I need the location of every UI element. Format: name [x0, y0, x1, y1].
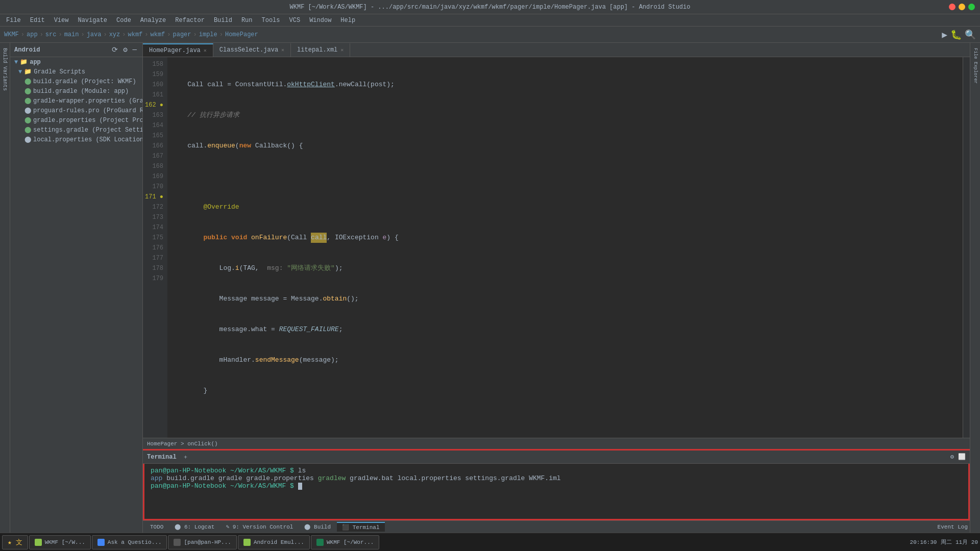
taskbar: ★ 文 WKMF [~/W... Ask a Questio... [pan@p…	[0, 533, 980, 551]
terminal-content[interactable]: pan@pan-HP-Notebook ~/Work/AS/WKMF $ ls …	[143, 464, 970, 520]
bottom-panel-tools: ⚙ ⬜	[950, 453, 966, 461]
sidebar-build-variants[interactable]: Build Variants	[1, 45, 9, 94]
bc-imple[interactable]: imple	[199, 31, 217, 38]
tab-todo[interactable]: TODO	[145, 523, 168, 531]
project-panel: Android ⟳ ⚙ — ▼ 📁 app ▼ 📁 Gradle Scripts…	[10, 43, 143, 533]
bc-main[interactable]: main	[64, 31, 79, 38]
tab-vc-label: ✎ 9: Version Control	[226, 523, 293, 530]
terminal-maximize-btn[interactable]: ⬜	[958, 453, 966, 461]
line-173: 173	[143, 212, 167, 222]
line-167: 167	[143, 151, 167, 161]
taskbar-terminal-label: [pan@pan-HP...	[184, 539, 231, 545]
bc-app[interactable]: app	[27, 31, 38, 38]
code-line-158: Call call = ConstantUtil.okHttpClient.ne…	[172, 80, 963, 90]
tab-litepal-label: litepal.xml	[297, 46, 337, 54]
bc-java[interactable]: java	[87, 31, 102, 38]
toolbar-search-btn[interactable]: 🔍	[965, 29, 976, 40]
tab-classselect-label: ClassSelect.java	[219, 46, 278, 54]
menu-help[interactable]: Help	[336, 16, 359, 25]
close-button[interactable]	[949, 4, 955, 10]
tree-build-gradle-project[interactable]: ⬤ build.gradle (Project: WKMF)	[10, 77, 142, 86]
taskbar-chrome-icon	[97, 539, 105, 546]
panel-toolbar: ⟳ ⚙ —	[110, 45, 138, 55]
code-editor[interactable]: 158 159 160 161 162 ● 163 164 165 166 16…	[143, 57, 970, 438]
line-175: 175	[143, 233, 167, 243]
terminal-title: Terminal	[147, 454, 177, 461]
bc-pager[interactable]: pager	[173, 31, 191, 38]
menu-build[interactable]: Build	[210, 16, 236, 25]
tab-classselect[interactable]: ClassSelect.java ✕	[213, 43, 291, 57]
code-line-160: call.enqueue(new Callback() {	[172, 141, 963, 151]
menu-refactor[interactable]: Refactor	[171, 16, 209, 25]
panel-collapse-btn[interactable]: —	[131, 45, 138, 55]
bc-homepager[interactable]: HomePager	[225, 31, 258, 38]
line-168: 168	[143, 161, 167, 171]
menu-view[interactable]: View	[50, 16, 73, 25]
tree-gradle-wrapper[interactable]: ⬤ gradle-wrapper.properties (Gradle...)	[10, 96, 142, 106]
code-line-162: @Override	[172, 202, 963, 212]
taskbar-wkmf2[interactable]: WKMF [~/Wor...	[311, 535, 379, 549]
minimize-button[interactable]	[959, 4, 965, 10]
menu-vcs[interactable]: VCS	[285, 16, 305, 25]
tree-build-gradle-app[interactable]: ⬤ build.gradle (Module: app)	[10, 86, 142, 96]
menu-run[interactable]: Run	[237, 16, 257, 25]
toolbar-breadcrumb: WKMF › app › src › main › java › xyz › w…	[4, 31, 258, 38]
taskbar-chrome[interactable]: Ask a Questio...	[92, 535, 167, 549]
bc-wkmf3[interactable]: wkmf	[151, 31, 165, 38]
sidebar-file-explorer[interactable]: File Explorer	[972, 45, 979, 87]
tree-proguard[interactable]: ⬤ proguard-rules.pro (ProGuard Rul...	[10, 106, 142, 115]
tree-gradle-scripts[interactable]: ▼ 📁 Gradle Scripts	[10, 67, 142, 77]
panel-sync-btn[interactable]: ⟳	[110, 45, 119, 55]
toolbar-debug-btn[interactable]: 🐛	[950, 29, 962, 40]
menu-navigate[interactable]: Navigate	[74, 16, 111, 25]
code-content[interactable]: Call call = ConstantUtil.okHttpClient.ne…	[167, 57, 963, 438]
menu-window[interactable]: Window	[305, 16, 335, 25]
taskbar-as-wkmf[interactable]: WKMF [~/W...	[29, 535, 91, 549]
terminal-settings-btn[interactable]: ⚙	[950, 453, 954, 461]
menu-analyze[interactable]: Analyze	[136, 16, 170, 25]
line-numbers: 158 159 160 161 162 ● 163 164 165 166 16…	[143, 57, 167, 438]
tab-classselect-close[interactable]: ✕	[281, 47, 284, 53]
tab-homepager-close[interactable]: ✕	[204, 47, 207, 54]
tab-litepal[interactable]: litepal.xml ✕	[291, 43, 350, 57]
tab-build[interactable]: ⬤ Build	[299, 522, 336, 531]
bc-wkmf[interactable]: WKMF	[4, 31, 19, 38]
tree-settings-gradle[interactable]: ⬤ settings.gradle (Project Settings)	[10, 125, 142, 135]
line-165: 165	[143, 131, 167, 141]
project-panel-header: Android ⟳ ⚙ —	[10, 43, 142, 57]
menu-code[interactable]: Code	[112, 16, 135, 25]
bottom-panel: Terminal ＋ ⚙ ⬜ pan@pan-HP-Notebook ~/Wor…	[143, 449, 970, 520]
tab-logcat[interactable]: ⬤ 6: Logcat	[169, 522, 219, 531]
terminal-add-btn[interactable]: ＋	[183, 453, 188, 461]
bc-wkmf2[interactable]: wkmf	[128, 31, 142, 38]
menu-tools[interactable]: Tools	[258, 16, 284, 25]
bottom-panel-header: Terminal ＋ ⚙ ⬜	[143, 450, 970, 464]
panel-settings-btn[interactable]: ⚙	[121, 45, 129, 55]
tab-terminal[interactable]: ⬛ Terminal	[337, 522, 384, 532]
event-log-link[interactable]: Event Log	[938, 524, 968, 530]
menu-edit[interactable]: Edit	[26, 16, 49, 25]
tree-gradle-properties[interactable]: ⬤ gradle.properties (Project Prope...	[10, 115, 142, 125]
taskbar-wkmf2-icon	[316, 539, 324, 546]
bc-xyz[interactable]: xyz	[109, 31, 120, 38]
line-169: 169	[143, 171, 167, 182]
taskbar-as-label: WKMF [~/W...	[45, 539, 85, 545]
toolbar-run-btn[interactable]: ▶	[942, 29, 947, 40]
bc-src[interactable]: src	[45, 31, 57, 38]
taskbar-terminal[interactable]: [pan@pan-HP...	[168, 535, 236, 549]
code-line-166: message.what = REQUEST_FAILURE;	[172, 324, 963, 335]
taskbar-emulator[interactable]: Android Emul...	[238, 535, 310, 549]
tree-app[interactable]: ▼ 📁 app	[10, 57, 142, 67]
maximize-button[interactable]	[968, 4, 975, 10]
line-177: 177	[143, 253, 167, 263]
tab-homepager[interactable]: HomePager.java ✕	[143, 43, 213, 57]
project-tree: ▼ 📁 app ▼ 📁 Gradle Scripts ⬤ build.gradl…	[10, 57, 142, 533]
tab-todo-label: TODO	[150, 524, 163, 530]
menu-file[interactable]: File	[2, 16, 25, 25]
line-171: 171 ●	[143, 192, 167, 202]
tree-local-properties[interactable]: ⬤ local.properties (SDK Location)	[10, 135, 142, 144]
tab-litepal-close[interactable]: ✕	[340, 47, 344, 53]
taskbar-star[interactable]: ★ 文	[2, 535, 28, 549]
line-162: 162 ●	[143, 100, 167, 110]
tab-version-control[interactable]: ✎ 9: Version Control	[220, 522, 298, 531]
